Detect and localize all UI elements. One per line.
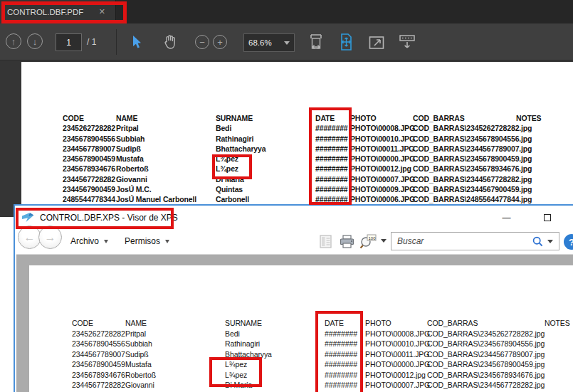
cell-barcode: COD_BARRAS\2345678934676.jpg <box>427 371 545 381</box>
menu-archivo[interactable]: Archivo <box>70 233 108 249</box>
zoom-level-dropdown[interactable]: 68.6% <box>243 33 295 52</box>
cell-notes <box>516 144 559 154</box>
next-page-button[interactable]: ↓ <box>27 33 43 49</box>
cell-date: ######## <box>325 329 365 340</box>
help-icon[interactable]: ? <box>564 234 573 250</box>
cell-photo: PHOTO\00012.jpg <box>365 371 427 381</box>
xps-table-body: 2345262728282 Pritpal Bedi ######## PHOT… <box>72 329 573 391</box>
zoom-100-icon[interactable]: 100 <box>359 233 377 249</box>
column-header: SURNAME <box>216 114 315 124</box>
fit-width-icon[interactable] <box>307 33 325 51</box>
cell-surname: L¾pez <box>225 371 325 381</box>
pdf-document-table: CODE NAME SURNAME DATE PHOTO COD_BARRAS … <box>63 114 559 206</box>
chevron-down-icon <box>284 41 290 45</box>
column-header: NOTES <box>516 114 559 124</box>
cell-date: ######## <box>315 124 350 134</box>
column-header: DATE <box>315 114 350 124</box>
zoom-badge-text: 100 <box>369 235 377 240</box>
fit-page-icon[interactable] <box>337 33 354 51</box>
forward-button[interactable]: → <box>38 226 62 249</box>
cell-photo: PHOTO\00011.JPG <box>350 144 413 154</box>
menu-archivo-label: Archivo <box>70 236 99 246</box>
select-tool-icon[interactable] <box>132 33 143 51</box>
xps-title-bar[interactable]: CONTROL.DBF.XPS - Visor de XPS — ✕ <box>16 207 573 228</box>
chevron-down-icon <box>104 240 108 243</box>
cell-name: Sudipß <box>116 144 216 154</box>
cell-name: Subbiah <box>116 134 216 144</box>
pdf-document-tab[interactable]: CONTROL.DBF.PDF ✕ <box>0 0 116 23</box>
xps-table-header-row: CODE NAME SURNAME DATE PHOTO COD_BARRAS … <box>72 319 573 329</box>
cell-surname: Quintas <box>216 185 315 195</box>
menu-permisos-label: Permisos <box>125 236 160 246</box>
chevron-down-icon[interactable] <box>381 239 387 243</box>
cell-notes <box>516 134 559 144</box>
search-input[interactable] <box>391 233 530 249</box>
xps-document-table: CODE NAME SURNAME DATE PHOTO COD_BARRAS … <box>72 319 573 391</box>
table-row: 2345678900459 Mustafa L¾pez ######## PHO… <box>72 360 573 371</box>
zoom-out-button[interactable]: − <box>195 35 209 49</box>
pdf-tab-bar: CONTROL.DBF.PDF ✕ <box>0 0 573 23</box>
table-row: 2344567728282 Giovanni Di Maria ########… <box>72 381 573 391</box>
cell-barcode: COD_BARRAS\2345678900459.jpg <box>427 360 545 371</box>
print-icon[interactable] <box>340 233 354 249</box>
cell-barcode: COD_BARRAS\2344567789007.jpg <box>413 144 516 154</box>
cell-code: 2345678934676 <box>63 164 116 174</box>
cell-code: 2345678900459 <box>63 154 116 164</box>
cell-surname: L¾pez <box>216 164 315 174</box>
window-title: CONTROL.DBF.XPS - Visor de XPS <box>40 213 178 223</box>
cell-notes <box>516 185 559 195</box>
cell-surname: Rathinagiri <box>225 339 325 350</box>
close-button[interactable]: ✕ <box>563 207 573 228</box>
table-row: 2345678904556 Subbiah Rathinagiri ######… <box>72 339 573 350</box>
cell-photo: PHOTO\00009.JPG <box>350 185 413 195</box>
zoom-in-button[interactable]: + <box>213 35 227 49</box>
cell-barcode: COD_BARRAS\2344567728282.jpg <box>427 381 545 391</box>
toolbar-divider <box>116 29 117 55</box>
cell-date: ######## <box>315 144 350 154</box>
cell-notes <box>545 360 573 371</box>
cell-date: ######## <box>325 371 365 381</box>
cell-photo: PHOTO\00008.JPG <box>350 124 413 134</box>
cell-notes <box>545 371 573 381</box>
column-header: PHOTO <box>350 114 413 124</box>
cell-date: ######## <box>325 360 365 371</box>
table-row: 2344567728282 Giovanni Di Maria ########… <box>63 175 559 185</box>
cell-notes <box>545 329 573 340</box>
cell-name: Pritpal <box>116 124 216 134</box>
page-count-label: / 1 <box>87 33 96 51</box>
pdf-table-header-row: CODE NAME SURNAME DATE PHOTO COD_BARRAS … <box>63 114 559 124</box>
cell-name: Subbiah <box>125 339 225 350</box>
cell-barcode: COD_BARRAS\2344567900459.jpg <box>413 185 516 195</box>
cell-code: 2345678904556 <box>63 134 116 144</box>
minimize-button[interactable]: — <box>490 207 522 228</box>
table-row: 2345678904556 Subbiah Rathinagiri ######… <box>63 134 559 144</box>
hand-tool-icon[interactable] <box>162 33 178 51</box>
tab-close-icon[interactable]: ✕ <box>96 6 108 18</box>
hide-toolbar-icon[interactable] <box>397 33 417 51</box>
cell-notes <box>516 164 559 174</box>
maximize-button[interactable] <box>531 207 563 228</box>
cell-barcode: COD_BARRAS\2345678934676.jpg <box>413 164 516 174</box>
cell-name: Sudipß <box>125 350 225 361</box>
cell-surname: L¾pez <box>225 360 325 371</box>
column-header: CODE <box>63 114 116 124</box>
cell-notes <box>516 124 559 134</box>
cell-barcode: COD_BARRAS\2345262728282.jpg <box>427 329 545 340</box>
chevron-down-icon[interactable] <box>547 240 553 243</box>
outline-view-icon[interactable] <box>320 233 332 249</box>
cell-code: 2345262728282 <box>72 329 125 340</box>
cell-photo: PHOTO\00007.JPG <box>365 381 427 391</box>
cell-date: ######## <box>315 164 350 174</box>
cell-name: Mustafa <box>125 360 225 371</box>
search-icon[interactable] <box>530 236 546 247</box>
cell-barcode: COD_BARRAS\2345678900459.jpg <box>413 154 516 164</box>
fullscreen-icon[interactable] <box>368 33 385 51</box>
menu-permisos[interactable]: Permisos <box>125 233 169 249</box>
cell-date: ######## <box>315 134 350 144</box>
cell-name: Mustafa <box>116 154 216 164</box>
maximize-icon <box>544 214 551 221</box>
cell-code: 2344567789007 <box>72 350 125 361</box>
page-number-input[interactable] <box>56 33 82 51</box>
previous-page-button[interactable]: ↑ <box>6 33 21 49</box>
cell-date: ######## <box>325 339 365 350</box>
